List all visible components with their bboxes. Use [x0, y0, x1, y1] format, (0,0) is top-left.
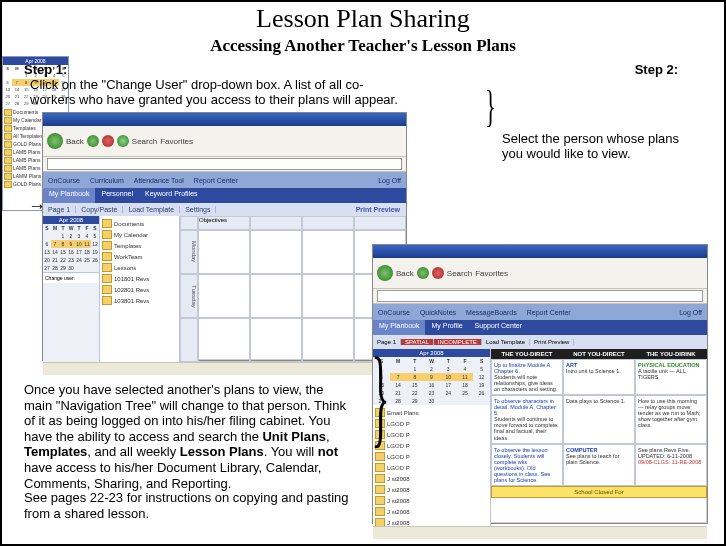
folder-icon: [375, 518, 385, 526]
tree-item[interactable]: LGOD P: [375, 429, 488, 440]
favorites-label[interactable]: Favorites: [160, 137, 193, 146]
lesson-cell[interactable]: [198, 230, 250, 274]
toolbar-link[interactable]: Report Center: [189, 177, 243, 184]
tab-my-planbook[interactable]: My Planbook: [373, 320, 425, 335]
search-label[interactable]: Search: [447, 269, 472, 278]
lesson-cell[interactable]: How to use this morning — relay groups m…: [635, 395, 707, 443]
folder-icon: [102, 230, 112, 239]
stop-icon[interactable]: [432, 267, 444, 279]
subbar-loadtemplate[interactable]: Load Template: [123, 206, 180, 213]
folder-icon: [4, 173, 12, 180]
lesson-cell[interactable]: [250, 318, 302, 362]
step-2-label: Step 2:: [635, 62, 678, 77]
lesson-cell[interactable]: [302, 274, 354, 318]
back-icon[interactable]: [47, 133, 63, 149]
lesson-cell[interactable]: [198, 274, 250, 318]
folder-icon: [4, 149, 12, 156]
shared-navigation-tree[interactable]: Email PlansLGOD PLGOD PLGOD PLGOD PLGOD …: [373, 405, 491, 526]
stop-icon[interactable]: [102, 135, 114, 147]
tab-my-planbook[interactable]: My Planbook: [43, 188, 95, 203]
tree-item[interactable]: My Calendar: [102, 229, 177, 240]
toolbar-link[interactable]: Curriculum: [85, 177, 129, 184]
toolbar-link[interactable]: Report Center: [522, 309, 576, 316]
search-label[interactable]: Search: [132, 137, 157, 146]
tree-item[interactable]: Templates: [102, 240, 177, 251]
change-user-dropdown[interactable]: Change user:: [43, 272, 99, 283]
forward-icon[interactable]: [87, 135, 99, 147]
favorites-label[interactable]: Favorites: [475, 269, 508, 278]
toolbar-link[interactable]: Log Off: [373, 177, 406, 184]
lesson-cell[interactable]: ARTIntro unit to Science 1.: [563, 359, 635, 395]
subbar-settings[interactable]: Settings: [180, 206, 216, 213]
lesson-cell[interactable]: [250, 274, 302, 318]
tree-item[interactable]: 103801 Revs: [102, 295, 177, 306]
tree-item[interactable]: J st2008: [375, 506, 488, 517]
mini-calendar[interactable]: Apr 2008 SMTWTFS123456789101112131415161…: [373, 349, 491, 405]
lesson-cell[interactable]: [250, 230, 302, 274]
lesson-cell[interactable]: To observe the lesson closely. Students …: [491, 444, 563, 486]
tree-item[interactable]: LGOD P: [375, 418, 488, 429]
toolbar-link[interactable]: Attendance Tool: [129, 177, 189, 184]
tab-support[interactable]: Support Center: [469, 320, 528, 335]
lesson-cell[interactable]: PHYSICAL EDUCATIONA tactile unit — ALL T…: [635, 359, 707, 395]
tree-item[interactable]: 101801 Revs: [102, 273, 177, 284]
tree-item[interactable]: Documents: [102, 218, 177, 229]
subtab-loadtemplate[interactable]: Load Template: [482, 339, 530, 345]
planner-subbar: Page 1 Copy/Paste Load Template Settings…: [43, 203, 406, 216]
grid-header: [302, 216, 354, 230]
back-label: Back: [66, 137, 84, 146]
folder-icon: [102, 263, 112, 272]
planner-subbar: Page 1 SPATIAL INCOMPLETE Load Template …: [373, 335, 707, 349]
folder-icon: [102, 285, 112, 294]
toolbar-link[interactable]: QuickNotes: [415, 309, 461, 316]
toolbar-link[interactable]: OnCourse: [373, 309, 415, 316]
lesson-cell[interactable]: Data plays to Science 1.: [563, 395, 635, 443]
tree-item[interactable]: J st2008: [375, 473, 488, 484]
subbar-page[interactable]: Page 1: [43, 206, 76, 213]
lesson-cell[interactable]: Up to finalize Module A, Chapter 6.Stude…: [491, 359, 563, 395]
tree-item[interactable]: Email Plans: [375, 407, 488, 418]
calendar-month: Apr 2008: [43, 216, 99, 224]
tree-item[interactable]: J st2008: [375, 517, 488, 526]
tree-item[interactable]: LGOD P: [375, 451, 488, 462]
tab-keyword-profiles[interactable]: Keyword Profiles: [139, 188, 204, 203]
folder-icon: [102, 252, 112, 261]
folder-icon: [4, 181, 12, 188]
arrow-icon: →: [28, 196, 46, 217]
forward-icon[interactable]: [417, 267, 429, 279]
lesson-cell[interactable]: [302, 318, 354, 362]
address-field[interactable]: [377, 290, 703, 302]
lesson-cell[interactable]: See plans Revs Five. UPDATED: 6-11-20080…: [635, 444, 707, 486]
tab-my-profile[interactable]: My Profile: [425, 320, 468, 335]
toolbar-link[interactable]: OnCourse: [43, 177, 85, 184]
subtab-printpreview[interactable]: Print Preview: [530, 339, 574, 345]
tree-item[interactable]: LGOD P: [375, 440, 488, 451]
subtab-incomplete[interactable]: INCOMPLETE: [434, 339, 482, 345]
toolbar-link[interactable]: MessageBoards: [461, 309, 522, 316]
tree-item[interactable]: J st2008: [375, 495, 488, 506]
subbar-printpreview[interactable]: Print Preview: [351, 206, 406, 213]
lesson-cell[interactable]: [302, 230, 354, 274]
tree-item[interactable]: WorkTeam: [102, 251, 177, 262]
lesson-cell[interactable]: [198, 318, 250, 362]
screenshot-main-planner: Back Search Favorites OnCourse Curriculu…: [42, 112, 407, 361]
school-closed-banner: School Closed For: [491, 486, 707, 498]
see-pages-note: See pages 22-23 for instructions on copy…: [24, 490, 349, 521]
subtab-spatial[interactable]: SPATIAL: [401, 339, 434, 345]
toolbar-link[interactable]: Log Off: [674, 309, 707, 316]
navigation-tree[interactable]: DocumentsMy CalendarTemplatesWorkTeamLes…: [100, 216, 180, 362]
grid-header: [250, 216, 302, 230]
lesson-cell[interactable]: COMPUTERSee plans to teach for plain Sci…: [563, 444, 635, 486]
tree-item[interactable]: J st2008: [375, 484, 488, 495]
subbar-copypaste[interactable]: Copy/Paste: [76, 206, 123, 213]
tab-personnel[interactable]: Personnel: [95, 188, 139, 203]
tree-item[interactable]: Lessons: [102, 262, 177, 273]
step-1-text: Click on the "Change User" drop-down box…: [30, 78, 400, 108]
refresh-icon[interactable]: [117, 135, 129, 147]
tree-item[interactable]: LGOD P: [375, 462, 488, 473]
back-icon[interactable]: [377, 265, 393, 281]
lesson-cell[interactable]: To observe characters in detail. Module …: [491, 395, 563, 443]
mini-calendar[interactable]: Apr 2008 SMTWTFS123456789101112131415161…: [43, 216, 100, 362]
address-field[interactable]: [47, 158, 402, 170]
tree-item[interactable]: 102801 Revs: [102, 284, 177, 295]
